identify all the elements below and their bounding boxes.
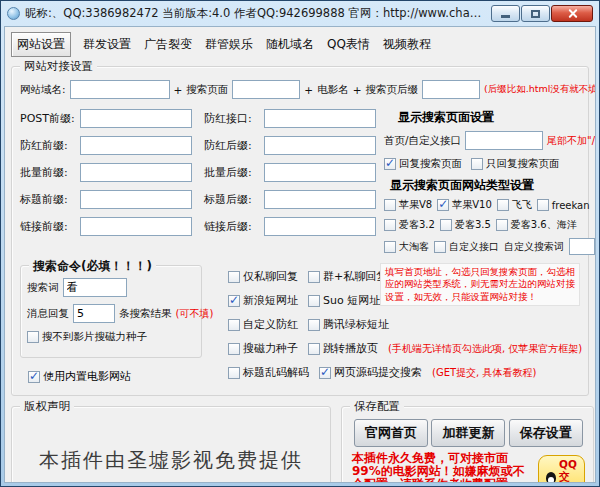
tab-group-fun[interactable]: 群管娱乐: [204, 33, 254, 56]
title-prefix-label: 标题前缀:: [20, 192, 80, 207]
batch-suffix-input[interactable]: [264, 163, 376, 182]
checkbox-label: 苹果V10: [452, 198, 492, 212]
checkbox-tencent-green-url[interactable]: 腾讯绿标短址: [308, 317, 389, 332]
tab-site-settings[interactable]: 网站设置: [11, 32, 71, 57]
site-type-row-3: 大淘客 自定义接口 自定义搜索词: [384, 238, 596, 255]
checkbox-group-and-private[interactable]: 群+私聊回复: [308, 269, 387, 284]
checkbox-label: 新浪短网址: [243, 293, 298, 308]
checkbox-source-submit-search[interactable]: 网页源码提交搜索: [319, 365, 422, 380]
checkbox-box: [537, 199, 549, 211]
checkbox-aike-3-2[interactable]: 爱客3.2: [384, 218, 435, 232]
checkbox-label: 苹果V8: [399, 198, 432, 212]
save-config-group-label: 保存配置: [350, 399, 404, 414]
custom-search-word-input[interactable]: [569, 238, 595, 255]
tab-ad-fission[interactable]: 广告裂变: [143, 33, 193, 56]
checkbox-sina-short-url[interactable]: 新浪短网址: [228, 293, 298, 308]
home-api-input[interactable]: [465, 131, 543, 150]
antired-prefix-input[interactable]: [80, 136, 192, 155]
qq-chat-label: QQ交谈: [559, 458, 577, 483]
checkbox-custom-antired[interactable]: 自定义防红: [228, 317, 298, 332]
checkbox-freekan[interactable]: freekan: [537, 199, 590, 211]
checkbox-label: Suo 短网址: [323, 293, 380, 308]
link-prefix-label: 链接前缀:: [20, 219, 80, 234]
tab-video-tutorial[interactable]: 视频教程: [382, 33, 432, 56]
checkbox-only-reply-search-page[interactable]: 只回复搜索页面: [471, 157, 560, 171]
checkbox-label: freekan: [552, 200, 590, 211]
window-title: 昵称:、QQ:3386982472 当前版本:4.0 作者QQ:94269988…: [25, 6, 485, 21]
save-buttons-row: 官网首页 加群更新 保存设置: [352, 419, 585, 447]
checkbox-search-magnet[interactable]: 搜磁力种子: [228, 341, 298, 356]
checkbox-suo-short-url[interactable]: Suo 短网址: [308, 293, 380, 308]
checkbox-title-decode[interactable]: 标题乱码解码: [228, 365, 309, 380]
display-settings-panel: 显示搜索页面设置 首页/自定义接口 尾部不加"/" 回复搜索页面: [380, 109, 596, 261]
form-row: 标题前缀: 标题后缀:: [20, 190, 380, 209]
save-settings-button[interactable]: 保存设置: [509, 419, 583, 447]
checkbox-label: 只回复搜索页面: [486, 157, 560, 171]
minimize-button[interactable]: [491, 5, 520, 22]
home-api-row: 首页/自定义接口 尾部不加"/": [384, 131, 596, 150]
antired-suffix-input[interactable]: [264, 136, 376, 155]
titlebar[interactable]: 昵称:、QQ:3386982472 当前版本:4.0 作者QQ:94269988…: [4, 1, 596, 26]
checkbox-box: [228, 367, 240, 379]
checkbox-aike-3-6-ocean[interactable]: 爱客3.6、海洋: [496, 218, 577, 232]
domain-label: 网站域名:: [20, 83, 66, 97]
checkbox-dataoke[interactable]: 大淘客: [384, 240, 429, 254]
tab-mass-send[interactable]: 群发设置: [82, 33, 132, 56]
reply-count-input[interactable]: [73, 304, 115, 323]
title-prefix-input[interactable]: [80, 190, 192, 209]
antired-prefix-label: 防红前缀:: [20, 138, 80, 153]
search-page-label: 搜索页面: [186, 83, 228, 97]
price-notice: 本插件永久免费，可对接市面99%的电影网站！如嫌麻烦或不会配置，请联系作者收费配…: [352, 452, 530, 483]
checkbox-magnet-fallback[interactable]: 搜不到影片搜磁力种子: [27, 330, 147, 344]
plus-sign: +: [174, 84, 183, 96]
checkbox-label: 搜磁力种子: [243, 341, 298, 356]
maximize-button[interactable]: [521, 5, 550, 22]
command-column: 搜索命令(必填！！！) 搜索词 消息回复 条搜索结果 (可不填): [20, 265, 202, 389]
checkbox-box: [28, 371, 40, 383]
middle-band: 搜索命令(必填！！！) 搜索词 消息回复 条搜索结果 (可不填): [20, 265, 580, 389]
option-note: (手机端无详情页勾选此项, 仅苹果官方框架): [388, 342, 582, 356]
bottom-band: 版权声明 本插件由圣墟影视免费提供 保存配置 官网首页 加群更新 保存设置 本插…: [11, 406, 589, 483]
option-row: 自定义防红 腾讯绿标短址: [228, 317, 582, 332]
checkbox-reply-search-page[interactable]: 回复搜索页面: [384, 157, 462, 171]
plus-sign: +: [304, 84, 313, 96]
checkbox-jump-play-page[interactable]: 跳转播放页: [308, 341, 378, 356]
checkbox-custom-api[interactable]: 自定义接口: [434, 240, 499, 254]
checkbox-apple-v8[interactable]: 苹果V8: [384, 198, 432, 212]
close-button[interactable]: [551, 5, 593, 22]
checkbox-label: 爱客3.2: [399, 218, 435, 232]
qq-chat-badge[interactable]: QQ交谈: [538, 455, 585, 483]
tab-qq-emoji[interactable]: QQ表情: [326, 33, 371, 56]
search-command-title: 搜索命令(必填！！！): [29, 258, 156, 275]
title-suffix-input[interactable]: [264, 190, 376, 209]
checkbox-apple-v10[interactable]: 苹果V10: [437, 198, 492, 212]
link-prefix-input[interactable]: [80, 217, 192, 236]
checkbox-private-chat-only[interactable]: 仅私聊回复: [228, 269, 298, 284]
close-icon: [567, 8, 578, 19]
home-api-label: 首页/自定义接口: [384, 134, 461, 148]
post-prefix-input[interactable]: [80, 109, 192, 128]
checkbox-label: 搜不到影片搜磁力种子: [42, 330, 147, 344]
checkbox-box: [308, 295, 320, 307]
antired-api-label: 防红接口:: [204, 111, 264, 126]
checkbox-box: [228, 271, 240, 283]
link-suffix-input[interactable]: [264, 217, 376, 236]
site-type-title: 显示搜索页面网站类型设置: [390, 177, 596, 194]
checkbox-box: [496, 219, 508, 231]
search-page-input[interactable]: [232, 80, 300, 99]
batch-prefix-input[interactable]: [80, 163, 192, 182]
homepage-button[interactable]: 官网首页: [354, 419, 428, 447]
checkbox-feifei[interactable]: 飞飞: [497, 198, 532, 212]
antired-api-input[interactable]: [264, 109, 376, 128]
checkbox-builtin-movie-site[interactable]: 使用内置电影网站: [28, 369, 131, 384]
join-group-update-button[interactable]: 加群更新: [431, 419, 505, 447]
batch-suffix-label: 批量后缀:: [204, 165, 264, 180]
tab-random-domain[interactable]: 随机域名: [265, 33, 315, 56]
reply-count-label: 消息回复: [27, 307, 69, 321]
site-type-row-1: 苹果V8 苹果V10 飞飞 freekan: [384, 198, 596, 212]
checkbox-aike-3-5[interactable]: 爱客3.5: [440, 218, 491, 232]
form-columns: POST前缀: 防红接口: 防红前缀: 防红后缀: 批量前缀:: [20, 109, 580, 261]
domain-input[interactable]: [70, 80, 170, 99]
search-suffix-input[interactable]: [422, 80, 480, 99]
search-word-input[interactable]: [63, 278, 127, 297]
